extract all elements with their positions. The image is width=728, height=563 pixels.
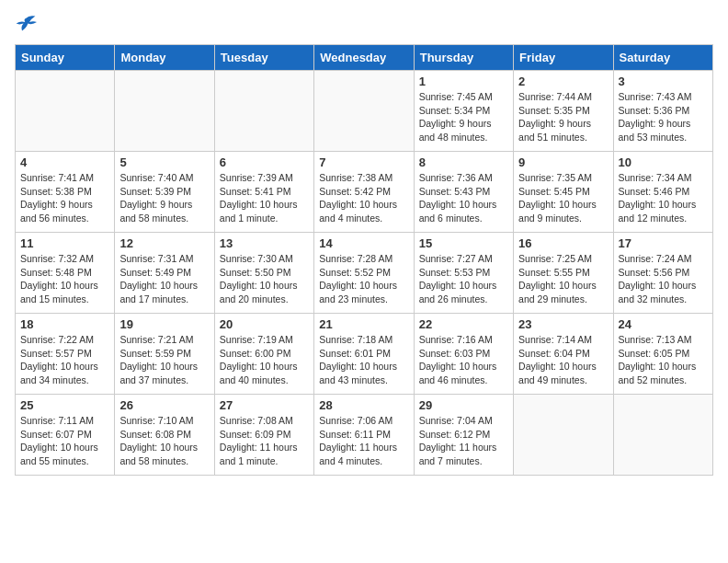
calendar-cell: 8Sunrise: 7:36 AM Sunset: 5:43 PM Daylig… bbox=[414, 152, 513, 233]
calendar-cell: 2Sunrise: 7:44 AM Sunset: 5:35 PM Daylig… bbox=[514, 71, 613, 152]
calendar-cell: 9Sunrise: 7:35 AM Sunset: 5:45 PM Daylig… bbox=[514, 152, 613, 233]
calendar-week-row: 4Sunrise: 7:41 AM Sunset: 5:38 PM Daylig… bbox=[16, 152, 713, 233]
day-info: Sunrise: 7:04 AM Sunset: 6:12 PM Dayligh… bbox=[419, 414, 508, 468]
day-info: Sunrise: 7:08 AM Sunset: 6:09 PM Dayligh… bbox=[220, 414, 309, 468]
day-info: Sunrise: 7:25 AM Sunset: 5:55 PM Dayligh… bbox=[518, 252, 608, 306]
day-info: Sunrise: 7:24 AM Sunset: 5:56 PM Dayligh… bbox=[619, 252, 708, 306]
calendar-cell: 16Sunrise: 7:25 AM Sunset: 5:55 PM Dayli… bbox=[514, 233, 613, 314]
day-info: Sunrise: 7:14 AM Sunset: 6:04 PM Dayligh… bbox=[518, 333, 608, 387]
day-number: 20 bbox=[220, 317, 309, 331]
day-number: 23 bbox=[518, 317, 608, 331]
calendar-cell bbox=[115, 71, 214, 152]
calendar-cell: 25Sunrise: 7:11 AM Sunset: 6:07 PM Dayli… bbox=[16, 395, 115, 476]
day-number: 21 bbox=[319, 317, 408, 331]
day-number: 5 bbox=[119, 155, 209, 169]
calendar-cell: 15Sunrise: 7:27 AM Sunset: 5:53 PM Dayli… bbox=[414, 233, 513, 314]
day-number: 15 bbox=[419, 236, 508, 250]
calendar-cell: 18Sunrise: 7:22 AM Sunset: 5:57 PM Dayli… bbox=[16, 314, 115, 395]
calendar-cell: 22Sunrise: 7:16 AM Sunset: 6:03 PM Dayli… bbox=[414, 314, 513, 395]
calendar-cell: 4Sunrise: 7:41 AM Sunset: 5:38 PM Daylig… bbox=[16, 152, 115, 233]
calendar-cell: 14Sunrise: 7:28 AM Sunset: 5:52 PM Dayli… bbox=[314, 233, 414, 314]
day-info: Sunrise: 7:43 AM Sunset: 5:36 PM Dayligh… bbox=[619, 90, 708, 144]
day-info: Sunrise: 7:27 AM Sunset: 5:53 PM Dayligh… bbox=[419, 252, 508, 306]
logo-graphic bbox=[15, 15, 37, 37]
weekday-header-sunday: Sunday bbox=[16, 45, 115, 71]
day-number: 27 bbox=[220, 398, 309, 412]
weekday-header-wednesday: Wednesday bbox=[314, 45, 414, 71]
day-info: Sunrise: 7:22 AM Sunset: 5:57 PM Dayligh… bbox=[20, 333, 109, 387]
calendar-cell: 10Sunrise: 7:34 AM Sunset: 5:46 PM Dayli… bbox=[613, 152, 712, 233]
weekday-header-saturday: Saturday bbox=[613, 45, 712, 71]
day-info: Sunrise: 7:10 AM Sunset: 6:08 PM Dayligh… bbox=[119, 414, 209, 468]
day-info: Sunrise: 7:31 AM Sunset: 5:49 PM Dayligh… bbox=[119, 252, 209, 306]
day-info: Sunrise: 7:21 AM Sunset: 5:59 PM Dayligh… bbox=[119, 333, 209, 387]
day-info: Sunrise: 7:34 AM Sunset: 5:46 PM Dayligh… bbox=[619, 171, 708, 225]
day-number: 9 bbox=[518, 155, 608, 169]
day-number: 7 bbox=[319, 155, 408, 169]
day-info: Sunrise: 7:35 AM Sunset: 5:45 PM Dayligh… bbox=[518, 171, 608, 225]
day-info: Sunrise: 7:39 AM Sunset: 5:41 PM Dayligh… bbox=[220, 171, 309, 225]
calendar-cell: 21Sunrise: 7:18 AM Sunset: 6:01 PM Dayli… bbox=[314, 314, 414, 395]
calendar-cell bbox=[314, 71, 414, 152]
calendar-week-row: 25Sunrise: 7:11 AM Sunset: 6:07 PM Dayli… bbox=[16, 395, 713, 476]
day-number: 8 bbox=[419, 155, 508, 169]
calendar-week-row: 18Sunrise: 7:22 AM Sunset: 5:57 PM Dayli… bbox=[16, 314, 713, 395]
day-number: 14 bbox=[319, 236, 408, 250]
calendar-cell: 27Sunrise: 7:08 AM Sunset: 6:09 PM Dayli… bbox=[214, 395, 313, 476]
weekday-header-tuesday: Tuesday bbox=[214, 45, 313, 71]
day-number: 6 bbox=[220, 155, 309, 169]
calendar-cell: 12Sunrise: 7:31 AM Sunset: 5:49 PM Dayli… bbox=[115, 233, 214, 314]
day-info: Sunrise: 7:38 AM Sunset: 5:42 PM Dayligh… bbox=[319, 171, 408, 225]
day-number: 17 bbox=[619, 236, 708, 250]
calendar-cell: 5Sunrise: 7:40 AM Sunset: 5:39 PM Daylig… bbox=[115, 152, 214, 233]
day-info: Sunrise: 7:18 AM Sunset: 6:01 PM Dayligh… bbox=[319, 333, 408, 387]
calendar-cell: 23Sunrise: 7:14 AM Sunset: 6:04 PM Dayli… bbox=[514, 314, 613, 395]
calendar-cell: 20Sunrise: 7:19 AM Sunset: 6:00 PM Dayli… bbox=[214, 314, 313, 395]
calendar-cell bbox=[514, 395, 613, 476]
weekday-header-thursday: Thursday bbox=[414, 45, 513, 71]
calendar-cell: 1Sunrise: 7:45 AM Sunset: 5:34 PM Daylig… bbox=[414, 71, 513, 152]
day-info: Sunrise: 7:36 AM Sunset: 5:43 PM Dayligh… bbox=[419, 171, 508, 225]
calendar-cell: 13Sunrise: 7:30 AM Sunset: 5:50 PM Dayli… bbox=[214, 233, 313, 314]
calendar-cell: 6Sunrise: 7:39 AM Sunset: 5:41 PM Daylig… bbox=[214, 152, 313, 233]
day-info: Sunrise: 7:16 AM Sunset: 6:03 PM Dayligh… bbox=[419, 333, 508, 387]
day-info: Sunrise: 7:41 AM Sunset: 5:38 PM Dayligh… bbox=[20, 171, 109, 225]
day-number: 10 bbox=[619, 155, 708, 169]
calendar-cell: 7Sunrise: 7:38 AM Sunset: 5:42 PM Daylig… bbox=[314, 152, 414, 233]
day-number: 29 bbox=[419, 398, 508, 412]
calendar-cell bbox=[16, 71, 115, 152]
day-info: Sunrise: 7:19 AM Sunset: 6:00 PM Dayligh… bbox=[220, 333, 309, 387]
day-number: 13 bbox=[220, 236, 309, 250]
day-number: 2 bbox=[518, 75, 608, 88]
calendar-cell: 19Sunrise: 7:21 AM Sunset: 5:59 PM Dayli… bbox=[115, 314, 214, 395]
weekday-header-monday: Monday bbox=[115, 45, 214, 71]
calendar-week-row: 11Sunrise: 7:32 AM Sunset: 5:48 PM Dayli… bbox=[16, 233, 713, 314]
day-number: 4 bbox=[20, 155, 109, 169]
day-info: Sunrise: 7:06 AM Sunset: 6:11 PM Dayligh… bbox=[319, 414, 408, 468]
calendar-cell: 11Sunrise: 7:32 AM Sunset: 5:48 PM Dayli… bbox=[16, 233, 115, 314]
day-info: Sunrise: 7:45 AM Sunset: 5:34 PM Dayligh… bbox=[419, 90, 508, 144]
day-number: 26 bbox=[119, 398, 209, 412]
calendar-cell: 17Sunrise: 7:24 AM Sunset: 5:56 PM Dayli… bbox=[613, 233, 712, 314]
day-number: 24 bbox=[619, 317, 708, 331]
day-number: 22 bbox=[419, 317, 508, 331]
calendar-cell: 28Sunrise: 7:06 AM Sunset: 6:11 PM Dayli… bbox=[314, 395, 414, 476]
day-number: 25 bbox=[20, 398, 109, 412]
weekday-header-friday: Friday bbox=[514, 45, 613, 71]
day-number: 12 bbox=[119, 236, 209, 250]
calendar-cell: 24Sunrise: 7:13 AM Sunset: 6:05 PM Dayli… bbox=[613, 314, 712, 395]
day-info: Sunrise: 7:44 AM Sunset: 5:35 PM Dayligh… bbox=[518, 90, 608, 144]
calendar-table: SundayMondayTuesdayWednesdayThursdayFrid… bbox=[15, 44, 713, 476]
day-number: 18 bbox=[20, 317, 109, 331]
logo bbox=[15, 15, 40, 37]
calendar-week-row: 1Sunrise: 7:45 AM Sunset: 5:34 PM Daylig… bbox=[16, 71, 713, 152]
calendar-cell bbox=[613, 395, 712, 476]
calendar-header-row: SundayMondayTuesdayWednesdayThursdayFrid… bbox=[16, 45, 713, 71]
day-number: 28 bbox=[319, 398, 408, 412]
day-info: Sunrise: 7:28 AM Sunset: 5:52 PM Dayligh… bbox=[319, 252, 408, 306]
day-number: 1 bbox=[419, 75, 508, 88]
day-info: Sunrise: 7:11 AM Sunset: 6:07 PM Dayligh… bbox=[20, 414, 109, 468]
day-info: Sunrise: 7:13 AM Sunset: 6:05 PM Dayligh… bbox=[619, 333, 708, 387]
header bbox=[15, 15, 713, 37]
day-info: Sunrise: 7:40 AM Sunset: 5:39 PM Dayligh… bbox=[119, 171, 209, 225]
